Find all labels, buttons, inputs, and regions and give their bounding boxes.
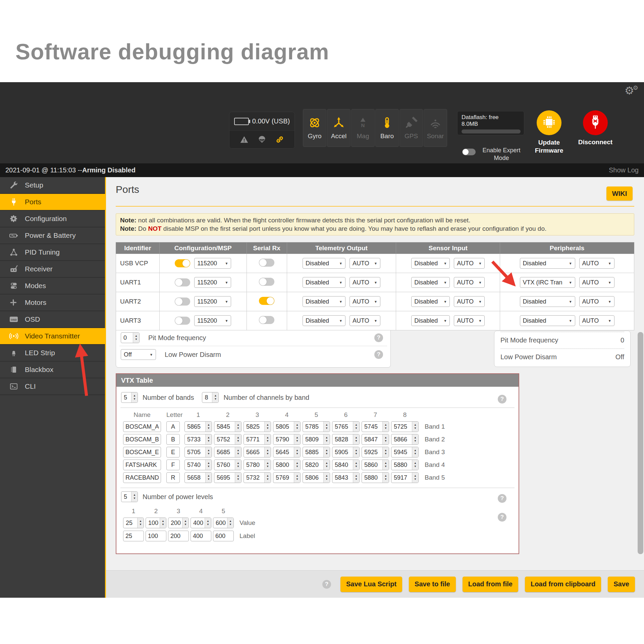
frequency-stepper[interactable]: 5752▲▼ [214, 434, 241, 445]
load-from-clipboard-button[interactable]: Load from clipboard [525, 577, 601, 592]
frequency-stepper[interactable]: 5665▲▼ [244, 447, 271, 458]
sidebar-item-video-transmitter[interactable]: Video Transmitter [0, 328, 105, 345]
stepper-arrows[interactable]: ▲▼ [353, 473, 359, 483]
frequency-stepper[interactable]: 5732▲▼ [244, 472, 271, 483]
show-log-button[interactable]: Show Log [609, 166, 639, 174]
peripheral-select[interactable]: Disabled▼ [520, 315, 575, 326]
sensor-select[interactable]: Disabled▼ [411, 258, 450, 269]
frequency-stepper[interactable]: 5733▲▼ [184, 434, 212, 445]
telemetry-speed-select[interactable]: AUTO▼ [350, 277, 380, 288]
stepper-arrows[interactable]: ▲▼ [412, 422, 418, 432]
update-firmware-button[interactable] [537, 110, 561, 135]
stepper-arrows[interactable]: ▲▼ [382, 473, 389, 483]
low-power-disarm-select[interactable]: Off ▼ [121, 349, 156, 360]
disconnect-button[interactable] [583, 110, 608, 135]
save-to-file-button[interactable]: Save to file [409, 577, 456, 592]
serial-rx-toggle[interactable] [259, 278, 274, 286]
stepper-arrows[interactable]: ▲▼ [382, 447, 389, 457]
frequency-stepper[interactable]: 5885▲▼ [303, 447, 330, 458]
settings-gears-icon[interactable]: ⚙⚙ [625, 84, 638, 97]
msp-toggle[interactable] [175, 317, 190, 325]
frequency-stepper[interactable]: 5843▲▼ [332, 472, 360, 483]
stepper-arrows[interactable]: ▲▼ [382, 460, 389, 470]
frequency-stepper[interactable]: 5771▲▼ [244, 434, 271, 445]
telemetry-select[interactable]: Disabled▼ [303, 296, 345, 307]
frequency-stepper[interactable]: 5840▲▼ [332, 460, 360, 470]
stepper-arrows[interactable]: ▲▼ [205, 518, 211, 528]
serial-rx-toggle[interactable] [259, 297, 274, 305]
frequency-stepper[interactable]: 5800▲▼ [273, 460, 301, 470]
sidebar-item-motors[interactable]: Motors [0, 294, 105, 311]
pit-mode-frequency-stepper[interactable]: 0 ▲▼ [121, 332, 140, 343]
stepper-arrows[interactable]: ▲▼ [227, 518, 233, 528]
band-letter-input[interactable] [166, 447, 180, 458]
wiki-button[interactable]: WIKI [606, 186, 633, 201]
telemetry-select[interactable]: Disabled▼ [303, 315, 345, 326]
telemetry-select[interactable]: Disabled▼ [303, 277, 345, 288]
help-icon[interactable]: ? [498, 494, 506, 503]
frequency-stepper[interactable]: 5645▲▼ [273, 447, 301, 458]
frequency-stepper[interactable]: 5925▲▼ [362, 447, 389, 458]
sidebar-item-power-battery[interactable]: Power & Battery [0, 227, 105, 244]
frequency-stepper[interactable]: 5705▲▼ [184, 447, 212, 458]
frequency-stepper[interactable]: 5845▲▼ [214, 421, 241, 432]
stepper-arrows[interactable]: ▲▼ [182, 518, 189, 528]
help-icon[interactable]: ? [322, 580, 331, 589]
sensor-accel[interactable]: Accel [327, 109, 351, 147]
stepper-arrows[interactable]: ▲▼ [133, 333, 139, 343]
frequency-stepper[interactable]: 5866▲▼ [391, 434, 419, 445]
stepper-arrows[interactable]: ▲▼ [235, 434, 241, 444]
sensor-speed-select[interactable]: AUTO▼ [454, 296, 485, 307]
band-name-input[interactable] [123, 421, 161, 432]
frequency-stepper[interactable]: 5945▲▼ [391, 447, 419, 458]
frequency-stepper[interactable]: 5725▲▼ [391, 421, 419, 432]
power-levels-count-stepper[interactable]: 5 ▲▼ [121, 491, 138, 502]
peripheral-speed-select[interactable]: AUTO▼ [579, 277, 614, 288]
power-label-input[interactable] [146, 531, 166, 541]
frequency-stepper[interactable]: 5695▲▼ [214, 472, 241, 483]
serial-rx-toggle[interactable] [259, 259, 274, 267]
sidebar-item-receiver[interactable]: Receiver [0, 261, 105, 278]
stepper-arrows[interactable]: ▲▼ [353, 447, 359, 457]
stepper-arrows[interactable]: ▲▼ [235, 422, 241, 432]
stepper-arrows[interactable]: ▲▼ [294, 460, 300, 470]
power-value-stepper[interactable]: 100▲▼ [146, 518, 166, 528]
frequency-stepper[interactable]: 5740▲▼ [184, 460, 212, 470]
stepper-arrows[interactable]: ▲▼ [131, 492, 138, 502]
save-lua-script-button[interactable]: Save Lua Script [340, 577, 402, 592]
frequency-stepper[interactable]: 5820▲▼ [303, 460, 330, 470]
frequency-stepper[interactable]: 5790▲▼ [273, 434, 301, 445]
stepper-arrows[interactable]: ▲▼ [353, 460, 359, 470]
baud-select[interactable]: 115200▼ [194, 296, 231, 307]
stepper-arrows[interactable]: ▲▼ [323, 422, 330, 432]
help-icon[interactable]: ? [374, 350, 383, 359]
stepper-arrows[interactable]: ▲▼ [323, 460, 330, 470]
msp-toggle[interactable] [175, 278, 190, 286]
frequency-stepper[interactable]: 5785▲▼ [303, 421, 330, 432]
stepper-arrows[interactable]: ▲▼ [264, 473, 271, 483]
stepper-arrows[interactable]: ▲▼ [294, 473, 300, 483]
peripheral-select[interactable]: VTX (IRC Tran▼ [520, 277, 575, 288]
stepper-arrows[interactable]: ▲▼ [294, 422, 300, 432]
frequency-stepper[interactable]: 5760▲▼ [214, 460, 241, 470]
frequency-stepper[interactable]: 5765▲▼ [332, 421, 360, 432]
band-letter-input[interactable] [166, 421, 180, 432]
frequency-stepper[interactable]: 5745▲▼ [362, 421, 389, 432]
band-name-input[interactable] [123, 460, 161, 470]
stepper-arrows[interactable]: ▲▼ [205, 447, 212, 457]
stepper-arrows[interactable]: ▲▼ [205, 422, 212, 432]
frequency-stepper[interactable]: 5685▲▼ [214, 447, 241, 458]
expert-mode-toggle[interactable] [462, 149, 476, 155]
stepper-arrows[interactable]: ▲▼ [323, 434, 330, 444]
telemetry-speed-select[interactable]: AUTO▼ [350, 315, 380, 326]
sensor-select[interactable]: Disabled▼ [411, 277, 450, 288]
stepper-arrows[interactable]: ▲▼ [160, 518, 166, 528]
sensor-mag[interactable]: NMag [351, 109, 375, 147]
sidebar-item-setup[interactable]: Setup [0, 177, 105, 194]
help-icon[interactable]: ? [498, 395, 506, 404]
stepper-arrows[interactable]: ▲▼ [205, 473, 212, 483]
stepper-arrows[interactable]: ▲▼ [382, 422, 389, 432]
sidebar-item-configuration[interactable]: Configuration [0, 211, 105, 227]
frequency-stepper[interactable]: 5809▲▼ [303, 434, 330, 445]
stepper-arrows[interactable]: ▲▼ [294, 447, 300, 457]
